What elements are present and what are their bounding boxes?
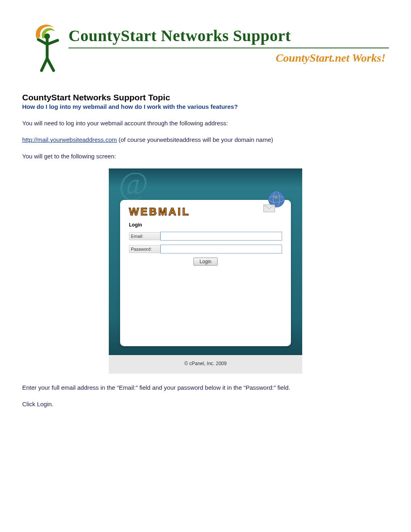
webmail-url-link[interactable]: http://mail.yourwebsiteaddress.com	[22, 136, 117, 143]
screenshot-container: @ WEBMAIL Login	[22, 168, 389, 374]
intro-text: You will need to log into your webmail a…	[22, 119, 389, 127]
email-field[interactable]	[160, 232, 282, 241]
password-label: Password:	[129, 245, 160, 253]
link-after-text: (of course yourwebsiteaddress will be yo…	[117, 136, 273, 143]
login-button[interactable]: Login	[193, 258, 217, 266]
copyright-text: © cPanel, Inc. 2009	[109, 355, 302, 374]
link-paragraph: http://mail.yourwebsiteaddress.com (of c…	[22, 135, 389, 144]
webmail-brand: WEBMAIL	[129, 206, 190, 218]
tagline: CountyStart.net Works!	[68, 52, 389, 64]
instructions-text: Enter your full email address in the “Em…	[22, 383, 389, 392]
topic-question: How do I log into my webmail and how do …	[22, 103, 389, 110]
divider	[68, 48, 389, 48]
login-heading: Login	[129, 222, 282, 228]
header-banner: CountyStart Networks Support CountyStart…	[22, 18, 389, 73]
logo-icon	[30, 20, 66, 74]
screen-intro: You will get to the following screen:	[22, 152, 389, 160]
at-symbol-icon: @	[118, 165, 148, 202]
click-login-text: Click Login.	[22, 400, 389, 408]
site-title: CountyStart Networks Support	[68, 26, 389, 45]
globe-envelope-icon	[263, 190, 287, 214]
password-field[interactable]	[160, 245, 282, 254]
email-label: Email:	[129, 232, 160, 240]
topic-heading: CountyStart Networks Support Topic	[22, 93, 389, 102]
